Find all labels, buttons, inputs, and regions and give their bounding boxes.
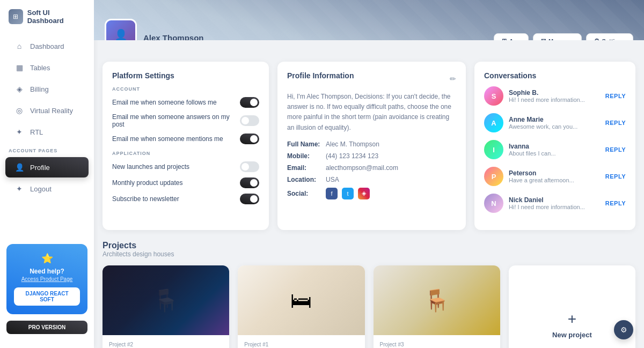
reply-btn-ivanna[interactable]: REPLY <box>605 146 626 153</box>
edit-profile-button[interactable]: ✏ <box>450 75 456 83</box>
sidebar-item-logout[interactable]: ✦ Logout <box>5 179 89 199</box>
promo-star: ⭐ <box>14 253 80 264</box>
toggle-follow[interactable] <box>240 97 259 108</box>
conv-item-sophie: S Sophie B. Hi! I need more information.… <box>484 86 626 106</box>
logo-icon: ⊞ <box>9 9 23 24</box>
profile-info-title: Profile Information <box>287 71 354 80</box>
profile-info-header: Profile Information ✏ <box>287 71 456 86</box>
conv-avatar-sophie: S <box>484 86 503 106</box>
project-num-modern: Project #2 <box>109 342 223 347</box>
sidebar-item-billing[interactable]: ◈ Billing <box>5 79 89 99</box>
rtl-icon: ✦ <box>14 127 25 137</box>
toggle-launches[interactable] <box>240 161 259 172</box>
dashboard-icon: ⌂ <box>14 41 25 51</box>
profile-bio: Hi, I'm Alec Thompson, Decisions: If you… <box>287 92 456 133</box>
toggle-mentions[interactable] <box>240 134 259 144</box>
toggle-row-follow: Email me when someone follows me <box>112 97 259 108</box>
app-button[interactable]: ⊞ App <box>494 33 529 40</box>
fullname-row: Full Name: Alec M. Thompson <box>287 140 456 148</box>
sidebar-item-virtual-reality[interactable]: ◎ Virtual Reality <box>5 100 89 121</box>
social-row: Social: f t ◈ <box>287 188 456 199</box>
promo-subtitle[interactable]: Access Product Page <box>14 276 80 282</box>
profile-icon: 👤 <box>14 162 25 173</box>
project-card-scandinavian[interactable]: 🛏 Project #1 Scandinavian Music is somet… <box>238 265 364 348</box>
promo-title: Need help? <box>14 268 80 275</box>
email-value: alecthompson@mail.com <box>326 164 398 172</box>
toggle-label-mentions: Email me when someone mentions me <box>112 135 223 143</box>
sidebar-item-rtl[interactable]: ✦ RTL <box>5 122 89 142</box>
settings-fab-icon: ⚙ <box>620 325 627 334</box>
toggle-newsletter[interactable] <box>240 194 259 204</box>
fullname-label: Full Name: <box>287 140 324 148</box>
reply-btn-anne[interactable]: REPLY <box>605 120 626 126</box>
projects-section: Projects Architects design houses 🪑 Proj… <box>103 241 635 348</box>
logout-icon: ✦ <box>14 183 25 194</box>
conv-name-anne: Anne Marie <box>509 116 600 123</box>
project-card-minimalist[interactable]: 🪑 Project #3 Minimalist Different people… <box>374 265 500 348</box>
facebook-icon[interactable]: f <box>326 188 338 199</box>
toggle-answers[interactable] <box>240 115 259 126</box>
conv-item-ivanna: I Ivanna About files I can... REPLY <box>484 140 626 159</box>
location-label: Location: <box>287 176 324 183</box>
conv-avatar-img-sophie: S <box>484 86 503 106</box>
twitter-icon[interactable]: t <box>342 188 354 199</box>
reply-btn-sophie[interactable]: REPLY <box>605 93 626 99</box>
sidebar-logo: ⊞ Soft UI Dashboard <box>0 9 94 35</box>
message-label: Message <box>548 38 573 41</box>
conv-name-nick: Nick Daniel <box>509 196 600 204</box>
pro-version-button[interactable]: PRO VERSION <box>6 321 87 334</box>
billing-icon: ◈ <box>14 84 25 94</box>
toggle-label-updates: Monthly product updates <box>112 179 182 187</box>
sidebar-label-vr: Virtual Reality <box>30 107 73 115</box>
application-section-label: ApplicaTion <box>112 151 259 156</box>
toggle-label-launches: New launches and projects <box>112 163 189 171</box>
sidebar-item-tables[interactable]: ▦ Tables <box>5 57 89 78</box>
content-area: Platform Settings ACCOUNT Email me when … <box>94 40 644 348</box>
conv-info-sophie: Sophie B. Hi! I need more information... <box>509 89 600 103</box>
social-icons: f t ◈ <box>326 188 370 199</box>
projects-title: Projects <box>103 241 635 250</box>
project-body-scandinavian: Project #1 Scandinavian Music is somethi… <box>238 335 364 348</box>
toggle-updates[interactable] <box>240 177 259 188</box>
instagram-icon[interactable]: ◈ <box>358 188 370 199</box>
conv-msg-ivanna: About files I can... <box>509 150 600 157</box>
avatar-image: 👤 <box>106 20 135 40</box>
project-num-minimalist: Project #3 <box>380 342 494 347</box>
conv-msg-anne: Awesome work, can you... <box>509 123 600 130</box>
profile-actions: ⊞ App ✉ Message ⚙ Settings <box>494 33 633 40</box>
project-card-modern[interactable]: 🪑 Project #2 Modern As Uber works throug… <box>103 265 229 348</box>
promo-button[interactable]: DJANGO REACT SOFT <box>14 287 80 306</box>
project-num-scandinavian: Project #1 <box>244 342 358 347</box>
sidebar-label-profile: Profile <box>30 164 50 172</box>
conv-avatar-img-ivanna: I <box>484 140 503 159</box>
toggle-row-launches: New launches and projects <box>112 161 259 172</box>
toggle-row-answers: Email me when someone answers on my post <box>112 113 259 128</box>
reply-btn-peterson[interactable]: REPLY <box>605 173 626 180</box>
projects-grid: 🪑 Project #2 Modern As Uber works throug… <box>103 265 635 348</box>
tables-icon: ▦ <box>14 62 25 73</box>
sidebar-label-tables: Tables <box>30 64 50 72</box>
settings-button[interactable]: ⚙ Settings <box>586 33 633 40</box>
conv-name-peterson: Peterson <box>509 169 600 177</box>
message-button[interactable]: ✉ Message <box>533 33 581 40</box>
sidebar-item-profile[interactable]: 👤 Profile <box>5 157 89 177</box>
toggle-row-newsletter: Subscribe to newsletter <box>112 194 259 204</box>
mobile-value: (44) 123 1234 123 <box>326 152 378 160</box>
sidebar-label-logout: Logout <box>30 185 52 193</box>
conversations-card: Conversations S Sophie B. Hi! I need mor… <box>474 62 635 230</box>
settings-fab-button[interactable]: ⚙ <box>614 320 633 339</box>
conv-info-nick: Nick Daniel Hi! I need more information.… <box>509 196 600 210</box>
promo-block: ⭐ Need help? Access Product Page DJANGO … <box>6 244 87 314</box>
conv-avatar-img-nick: N <box>484 194 503 213</box>
main-area: 👤 Alex Thompson CEO / Co-Founder ⊞ App ✉… <box>94 0 644 348</box>
project-body-modern: Project #2 Modern As Uber works through … <box>103 335 229 348</box>
conv-item-peterson: P Peterson Have a great afternoon... REP… <box>484 167 626 186</box>
vr-icon: ◎ <box>14 105 25 116</box>
reply-btn-nick[interactable]: REPLY <box>605 200 626 206</box>
profile-name: Alex Thompson <box>143 33 487 40</box>
platform-settings-card: Platform Settings ACCOUNT Email me when … <box>103 62 269 230</box>
location-value: USA <box>326 176 339 183</box>
conv-msg-sophie: Hi! I need more information... <box>509 97 600 103</box>
sidebar-item-dashboard[interactable]: ⌂ Dashboard <box>5 36 89 56</box>
conv-avatar-peterson: P <box>484 167 503 186</box>
